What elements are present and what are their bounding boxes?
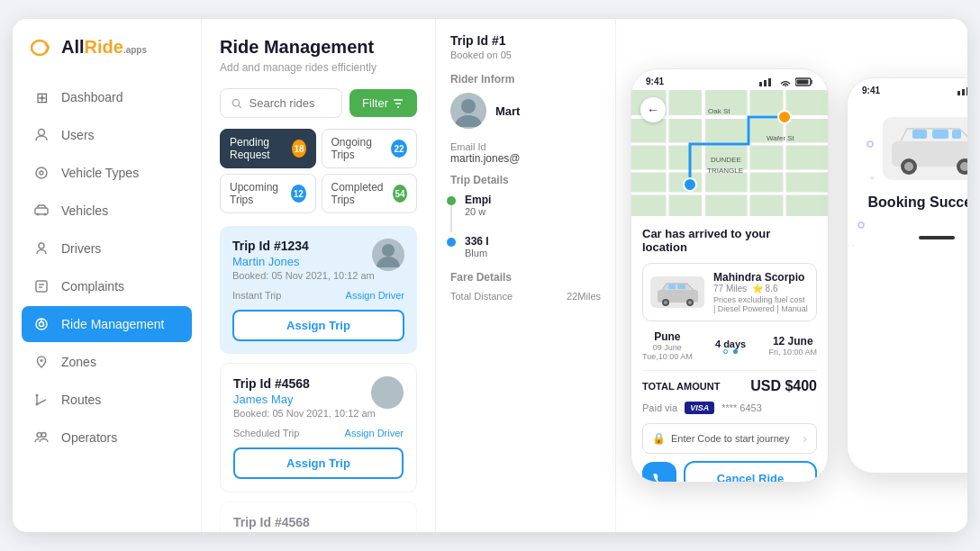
home-indicator: [919, 236, 955, 239]
phone1-status-icons: [759, 77, 813, 86]
total-distance-label: Total Distance: [450, 291, 513, 302]
car-meta: 77 Miles ⭐ 8.6: [713, 284, 809, 294]
assign-trip-button-4568[interactable]: Assign Trip: [233, 447, 404, 479]
svg-rect-56: [962, 89, 965, 95]
tab-completed-trips[interactable]: Completed Trips 54: [322, 174, 418, 213]
car-specs: Prices excluding fuel cost | Diesel Powe…: [713, 295, 809, 313]
users-icon: [32, 126, 50, 144]
car-svg: [653, 279, 703, 306]
from-dot: [447, 196, 456, 205]
visa-badge: VISA: [685, 402, 714, 414]
svg-point-7: [39, 243, 44, 248]
drivers-icon: [32, 239, 50, 257]
wifi-icon: [779, 77, 792, 86]
trip-card-1234[interactable]: Trip Id #1234 Martin Jones Booked: 05 No…: [220, 226, 417, 354]
search-bar: Filter: [220, 88, 417, 118]
paid-via-label: Paid via: [642, 402, 677, 413]
search-icon: [231, 97, 242, 110]
enter-code-button[interactable]: 🔒 Enter Code to start journey ›: [642, 423, 817, 454]
to-date-box: 12 June Fri, 10:00 AM: [768, 335, 817, 357]
sidebar-item-vehicle-types[interactable]: Vehicle Types: [22, 155, 192, 191]
trip-footer-4568: Scheduled Trip Assign Driver: [233, 428, 404, 438]
code-text: Enter Code to start journey: [671, 433, 789, 444]
phone1-content: Car has arrived to your location: [631, 216, 828, 483]
signal-icon: [759, 77, 776, 86]
routes-icon: [32, 391, 50, 409]
sidebar-item-users[interactable]: Users: [22, 117, 192, 153]
svg-point-15: [36, 394, 39, 397]
tab-pending-request[interactable]: Pending Request 18: [220, 129, 316, 168]
sidebar-item-zones[interactable]: Zones: [22, 344, 192, 380]
svg-rect-84: [932, 130, 948, 139]
svg-point-30: [785, 85, 786, 86]
dot-end: [733, 349, 738, 354]
tab-ongoing-trips[interactable]: Ongoing Trips 22: [322, 129, 418, 168]
logo-icon: [31, 38, 58, 58]
total-distance-val: 22Miles: [567, 291, 601, 302]
logo-text: AllRide.apps: [61, 37, 147, 58]
trip-type-4568: Scheduled Trip: [233, 428, 299, 438]
call-button[interactable]: [642, 462, 676, 483]
trip-footer-1234: Instant Trip Assign Driver: [232, 290, 404, 301]
svg-point-0: [32, 41, 48, 55]
sidebar-item-routes[interactable]: Routes: [22, 382, 192, 418]
search-input[interactable]: [250, 96, 331, 110]
zones-icon: [32, 353, 50, 371]
booking-success-title: Booking Successful: [868, 194, 967, 211]
total-label: TOTAL AMOUNT: [642, 381, 720, 392]
sidebar-item-vehicles[interactable]: Vehicles: [22, 193, 192, 229]
sidebar-item-dashboard[interactable]: ⊞ Dashboard: [22, 79, 192, 115]
svg-text:Oak St: Oak St: [708, 107, 730, 115]
svg-rect-32: [797, 79, 809, 84]
battery-icon: [795, 77, 813, 86]
vehicles-icon: [32, 202, 50, 220]
svg-rect-54: [677, 285, 685, 289]
trip-details-label: Trip Details: [450, 174, 601, 186]
svg-point-1: [39, 130, 45, 136]
cancel-ride-button[interactable]: Cancel Ride: [684, 461, 817, 483]
rider-info-label: Rider Inform: [450, 73, 601, 86]
sidebar-item-complaints[interactable]: Complaints: [22, 268, 192, 304]
dot-start: [723, 349, 728, 354]
sidebar: AllRide.apps ⊞ Dashboard Users Vehicle: [13, 19, 202, 532]
detail-date: Booked on 05: [450, 50, 601, 60]
phone1-status: 9:41: [631, 69, 828, 90]
svg-rect-57: [966, 87, 967, 95]
to-day: Fri, 10:00 AM: [768, 348, 817, 357]
rider-avatar-icon: [450, 93, 486, 129]
phone-mockup-2: 9:41: [847, 77, 967, 474]
trip-card-4568[interactable]: Trip Id #4568 James May Booked: 05 Nov 2…: [220, 363, 417, 492]
svg-point-42: [684, 178, 696, 191]
trip-date-1234: Booked: 05 Nov 2021, 10:12 am: [232, 270, 404, 281]
sidebar-item-operators[interactable]: Operators: [22, 420, 192, 456]
tabs-grid: Pending Request 18 Ongoing Trips 22 Upco…: [220, 129, 417, 213]
assign-trip-button-1234[interactable]: Assign Trip: [232, 310, 404, 341]
trip-type-1234: Instant Trip: [232, 290, 281, 301]
timeline-from: Empi 20 w: [465, 194, 601, 217]
assign-driver-link-4568[interactable]: Assign Driver: [345, 428, 404, 438]
car-name: Mahindra Scorpio: [713, 271, 809, 284]
trip-timeline: Empi 20 w 336 I Blum: [450, 194, 601, 258]
svg-point-19: [232, 99, 239, 105]
map-area: Oak St Wafer St DUNDEE TRIANGLE ←: [631, 90, 828, 216]
svg-point-2: [36, 167, 47, 178]
ride-management-panel: Ride Management Add and manage rides eff…: [202, 19, 436, 532]
trip-id-4568b: Trip Id #4568: [233, 515, 404, 529]
total-amount: USD $400: [750, 378, 817, 394]
assign-driver-link-1234[interactable]: Assign Driver: [346, 290, 404, 301]
nav-items: ⊞ Dashboard Users Vehicle Types Vehicle: [13, 79, 201, 456]
bottom-row: Cancel Ride: [642, 461, 817, 483]
svg-point-3: [40, 171, 43, 175]
svg-point-26: [461, 99, 476, 113]
svg-text:DUNDEE: DUNDEE: [711, 156, 741, 164]
tab-upcoming-trips[interactable]: Upcoming Trips 12: [220, 174, 316, 213]
rider-row: Mart: [450, 93, 601, 129]
sidebar-item-drivers[interactable]: Drivers: [22, 230, 192, 266]
trip-card-4568b: Trip Id #4568: [220, 501, 417, 532]
fare-details-label: Fare Details: [450, 271, 601, 284]
success-car: [883, 117, 967, 180]
back-button[interactable]: ←: [640, 97, 666, 122]
filter-button[interactable]: Filter: [349, 89, 417, 117]
card-number: **** 6453: [721, 402, 762, 413]
sidebar-item-ride-management[interactable]: Ride Management: [22, 306, 192, 342]
